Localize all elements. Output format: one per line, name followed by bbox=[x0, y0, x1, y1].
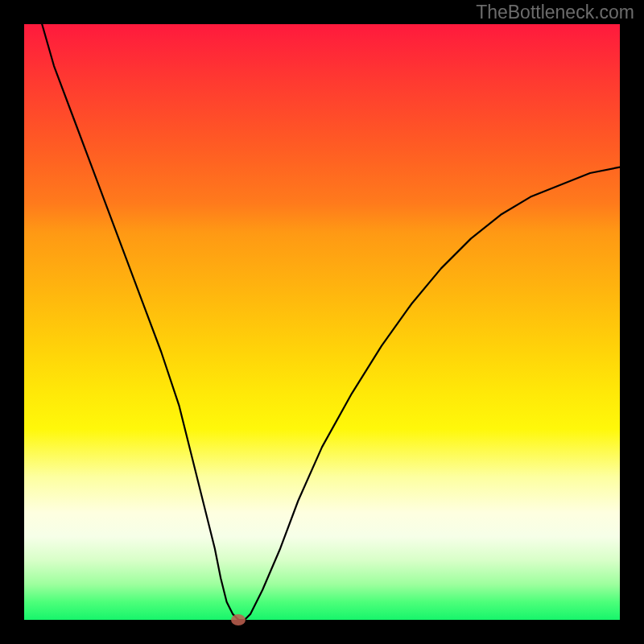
optimal-point-marker bbox=[231, 614, 246, 625]
bottleneck-curve bbox=[42, 24, 620, 620]
curve-svg bbox=[24, 24, 620, 620]
watermark-text: TheBottleneck.com bbox=[476, 2, 634, 23]
chart-frame: TheBottleneck.com bbox=[0, 0, 644, 644]
plot-area bbox=[24, 24, 620, 620]
